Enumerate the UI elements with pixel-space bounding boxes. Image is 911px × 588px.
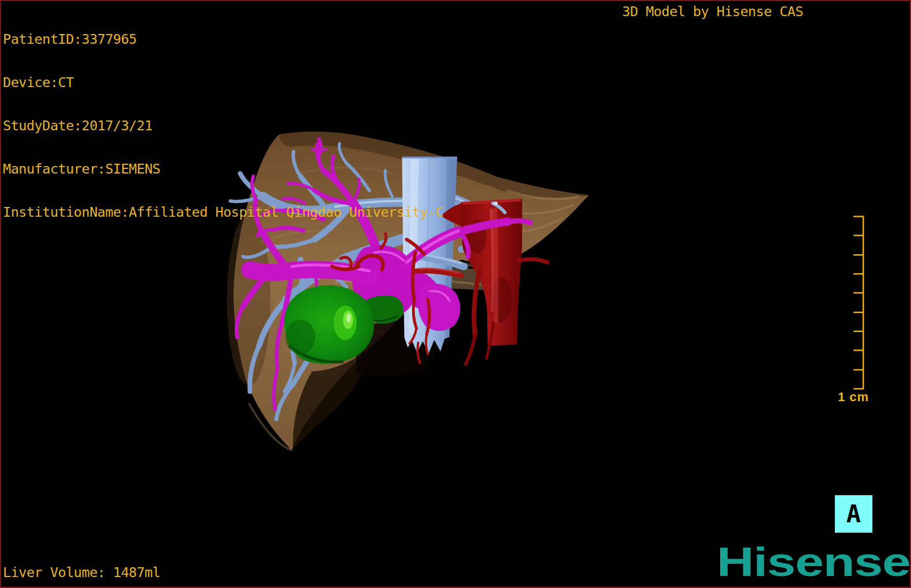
scale-ruler (853, 216, 863, 390)
hisense-logo: Hisense (717, 542, 910, 582)
model-title: 3D Model by Hisense CAS (622, 5, 803, 19)
study-date-text: StudyDate:2017/3/21 (3, 119, 443, 133)
manufacturer-text: Manufacturer:SIEMENS (3, 162, 443, 176)
patient-id-text: PatientID:3377965 (3, 32, 443, 47)
institution-text: InstitutionName:Affiliated Hospital Qing… (3, 205, 443, 220)
orientation-letter: A (846, 500, 861, 528)
device-text: Device:CT (3, 76, 443, 90)
viewer-window: PatientID:3377965 Device:CT StudyDate:20… (0, 0, 911, 588)
ruler-scale-label: 1 cm (833, 390, 874, 405)
patient-info-block: PatientID:3377965 Device:CT StudyDate:20… (3, 3, 443, 248)
orientation-marker-anterior: A (835, 495, 872, 533)
liver-volume-readout: Liver Volume: 1487ml (3, 566, 160, 580)
